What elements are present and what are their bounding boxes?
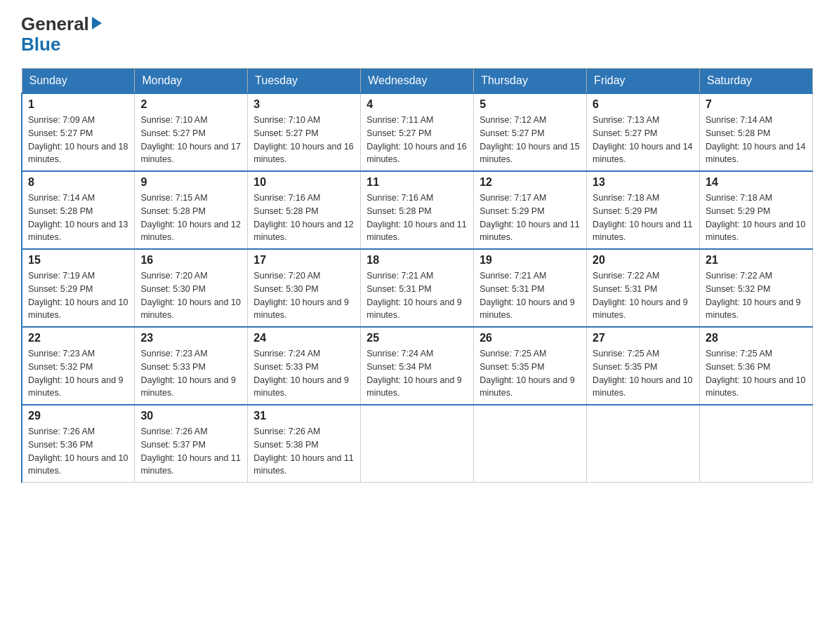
calendar-cell	[700, 405, 813, 483]
calendar-cell: 18Sunrise: 7:21 AMSunset: 5:31 PMDayligh…	[361, 249, 474, 327]
header-wednesday: Wednesday	[361, 69, 474, 94]
calendar-cell: 7Sunrise: 7:14 AMSunset: 5:28 PMDaylight…	[700, 93, 813, 171]
header-saturday: Saturday	[700, 69, 813, 94]
day-number: 21	[706, 254, 807, 267]
calendar-cell: 24Sunrise: 7:24 AMSunset: 5:33 PMDayligh…	[248, 327, 361, 405]
day-info: Sunrise: 7:14 AMSunset: 5:28 PMDaylight:…	[706, 114, 807, 166]
day-info: Sunrise: 7:21 AMSunset: 5:31 PMDaylight:…	[366, 269, 468, 322]
calendar-cell: 9Sunrise: 7:15 AMSunset: 5:28 PMDaylight…	[135, 171, 248, 249]
day-info: Sunrise: 7:26 AMSunset: 5:36 PMDaylight:…	[28, 425, 128, 478]
calendar-cell: 30Sunrise: 7:26 AMSunset: 5:37 PMDayligh…	[135, 405, 248, 483]
day-number: 1	[28, 98, 128, 111]
day-number: 27	[593, 332, 694, 344]
header-thursday: Thursday	[474, 69, 587, 94]
day-info: Sunrise: 7:16 AMSunset: 5:28 PMDaylight:…	[253, 192, 355, 244]
header-sunday: Sunday	[22, 69, 135, 94]
day-number: 28	[706, 332, 807, 344]
day-info: Sunrise: 7:10 AMSunset: 5:27 PMDaylight:…	[140, 114, 241, 166]
day-number: 26	[479, 332, 581, 344]
day-number: 18	[366, 254, 468, 267]
header-tuesday: Tuesday	[248, 69, 361, 94]
day-info: Sunrise: 7:23 AMSunset: 5:33 PMDaylight:…	[140, 347, 241, 400]
header: General Blue	[21, 14, 813, 54]
day-info: Sunrise: 7:24 AMSunset: 5:33 PMDaylight:…	[253, 347, 355, 400]
day-number: 23	[140, 332, 241, 344]
week-row-4: 22Sunrise: 7:23 AMSunset: 5:32 PMDayligh…	[22, 327, 813, 405]
calendar-cell: 27Sunrise: 7:25 AMSunset: 5:35 PMDayligh…	[587, 327, 700, 405]
day-number: 25	[366, 332, 468, 344]
day-number: 24	[253, 332, 355, 344]
day-number: 5	[479, 98, 581, 111]
day-number: 29	[28, 410, 128, 422]
day-number: 9	[140, 176, 241, 189]
week-row-5: 29Sunrise: 7:26 AMSunset: 5:36 PMDayligh…	[22, 405, 813, 483]
day-number: 4	[366, 98, 468, 111]
day-info: Sunrise: 7:18 AMSunset: 5:29 PMDaylight:…	[706, 192, 807, 244]
calendar-cell	[361, 405, 474, 483]
calendar-cell: 20Sunrise: 7:22 AMSunset: 5:31 PMDayligh…	[587, 249, 700, 327]
day-info: Sunrise: 7:21 AMSunset: 5:31 PMDaylight:…	[479, 269, 581, 322]
week-row-2: 8Sunrise: 7:14 AMSunset: 5:28 PMDaylight…	[22, 171, 813, 249]
calendar-cell: 25Sunrise: 7:24 AMSunset: 5:34 PMDayligh…	[361, 327, 474, 405]
day-info: Sunrise: 7:19 AMSunset: 5:29 PMDaylight:…	[28, 269, 128, 322]
day-info: Sunrise: 7:25 AMSunset: 5:35 PMDaylight:…	[593, 347, 694, 400]
day-info: Sunrise: 7:14 AMSunset: 5:28 PMDaylight:…	[28, 192, 128, 244]
calendar-cell: 2Sunrise: 7:10 AMSunset: 5:27 PMDaylight…	[135, 93, 248, 171]
day-number: 30	[140, 410, 241, 422]
day-info: Sunrise: 7:15 AMSunset: 5:28 PMDaylight:…	[140, 192, 241, 244]
calendar-cell: 23Sunrise: 7:23 AMSunset: 5:33 PMDayligh…	[135, 327, 248, 405]
calendar-header-row: SundayMondayTuesdayWednesdayThursdayFrid…	[22, 69, 813, 94]
day-number: 15	[28, 254, 128, 267]
week-row-3: 15Sunrise: 7:19 AMSunset: 5:29 PMDayligh…	[22, 249, 813, 327]
calendar-cell: 15Sunrise: 7:19 AMSunset: 5:29 PMDayligh…	[22, 249, 135, 327]
day-number: 11	[366, 176, 468, 189]
day-info: Sunrise: 7:16 AMSunset: 5:28 PMDaylight:…	[366, 192, 468, 244]
day-info: Sunrise: 7:22 AMSunset: 5:32 PMDaylight:…	[706, 269, 807, 322]
day-number: 8	[28, 176, 128, 189]
week-row-1: 1Sunrise: 7:09 AMSunset: 5:27 PMDaylight…	[22, 93, 813, 171]
calendar-cell: 16Sunrise: 7:20 AMSunset: 5:30 PMDayligh…	[135, 249, 248, 327]
logo-blue: Blue	[21, 34, 60, 55]
calendar-cell: 21Sunrise: 7:22 AMSunset: 5:32 PMDayligh…	[700, 249, 813, 327]
calendar-cell: 13Sunrise: 7:18 AMSunset: 5:29 PMDayligh…	[587, 171, 700, 249]
day-number: 16	[140, 254, 241, 267]
day-info: Sunrise: 7:24 AMSunset: 5:34 PMDaylight:…	[366, 347, 468, 400]
logo: General Blue	[21, 14, 102, 54]
calendar-cell: 31Sunrise: 7:26 AMSunset: 5:38 PMDayligh…	[248, 405, 361, 483]
day-number: 19	[479, 254, 581, 267]
day-number: 22	[28, 332, 128, 344]
day-info: Sunrise: 7:25 AMSunset: 5:35 PMDaylight:…	[479, 347, 581, 400]
day-info: Sunrise: 7:18 AMSunset: 5:29 PMDaylight:…	[593, 192, 694, 244]
day-number: 10	[253, 176, 355, 189]
day-info: Sunrise: 7:20 AMSunset: 5:30 PMDaylight:…	[140, 269, 241, 322]
logo-triangle-icon	[92, 17, 102, 29]
header-friday: Friday	[587, 69, 700, 94]
logo-general: General	[21, 14, 89, 34]
calendar-cell: 26Sunrise: 7:25 AMSunset: 5:35 PMDayligh…	[474, 327, 587, 405]
day-info: Sunrise: 7:09 AMSunset: 5:27 PMDaylight:…	[28, 114, 128, 166]
calendar-cell: 1Sunrise: 7:09 AMSunset: 5:27 PMDaylight…	[22, 93, 135, 171]
calendar-cell	[474, 405, 587, 483]
day-info: Sunrise: 7:12 AMSunset: 5:27 PMDaylight:…	[479, 114, 581, 166]
calendar-cell: 12Sunrise: 7:17 AMSunset: 5:29 PMDayligh…	[474, 171, 587, 249]
day-info: Sunrise: 7:13 AMSunset: 5:27 PMDaylight:…	[593, 114, 694, 166]
day-number: 20	[593, 254, 694, 267]
calendar-cell: 17Sunrise: 7:20 AMSunset: 5:30 PMDayligh…	[248, 249, 361, 327]
day-number: 31	[253, 410, 355, 422]
day-info: Sunrise: 7:20 AMSunset: 5:30 PMDaylight:…	[253, 269, 355, 322]
day-number: 7	[706, 98, 807, 111]
calendar-cell: 14Sunrise: 7:18 AMSunset: 5:29 PMDayligh…	[700, 171, 813, 249]
header-monday: Monday	[135, 69, 248, 94]
day-info: Sunrise: 7:22 AMSunset: 5:31 PMDaylight:…	[593, 269, 694, 322]
day-info: Sunrise: 7:23 AMSunset: 5:32 PMDaylight:…	[28, 347, 128, 400]
day-number: 12	[479, 176, 581, 189]
calendar-cell: 6Sunrise: 7:13 AMSunset: 5:27 PMDaylight…	[587, 93, 700, 171]
calendar-cell: 8Sunrise: 7:14 AMSunset: 5:28 PMDaylight…	[22, 171, 135, 249]
calendar-cell: 22Sunrise: 7:23 AMSunset: 5:32 PMDayligh…	[22, 327, 135, 405]
day-info: Sunrise: 7:26 AMSunset: 5:38 PMDaylight:…	[253, 425, 355, 478]
day-info: Sunrise: 7:25 AMSunset: 5:36 PMDaylight:…	[706, 347, 807, 400]
day-info: Sunrise: 7:26 AMSunset: 5:37 PMDaylight:…	[140, 425, 241, 478]
day-number: 3	[253, 98, 355, 111]
calendar-cell: 3Sunrise: 7:10 AMSunset: 5:27 PMDaylight…	[248, 93, 361, 171]
day-number: 13	[593, 176, 694, 189]
